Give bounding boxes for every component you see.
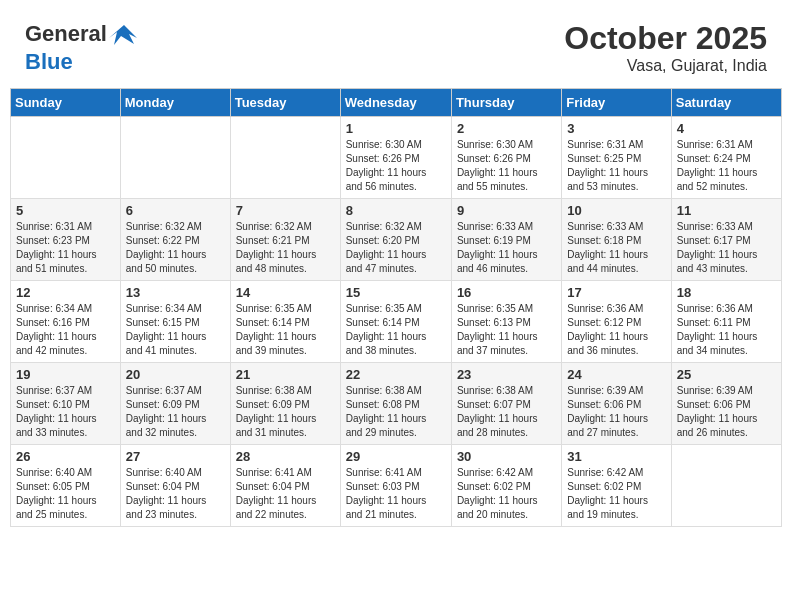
- weekday-header-friday: Friday: [562, 89, 671, 117]
- cell-content: Sunrise: 6:33 AM Sunset: 6:18 PM Dayligh…: [567, 220, 665, 276]
- calendar-cell: 4Sunrise: 6:31 AM Sunset: 6:24 PM Daylig…: [671, 117, 781, 199]
- calendar-cell: 31Sunrise: 6:42 AM Sunset: 6:02 PM Dayli…: [562, 445, 671, 527]
- cell-content: Sunrise: 6:34 AM Sunset: 6:16 PM Dayligh…: [16, 302, 115, 358]
- calendar-cell: 20Sunrise: 6:37 AM Sunset: 6:09 PM Dayli…: [120, 363, 230, 445]
- day-number: 14: [236, 285, 335, 300]
- cell-content: Sunrise: 6:38 AM Sunset: 6:09 PM Dayligh…: [236, 384, 335, 440]
- calendar-cell: 14Sunrise: 6:35 AM Sunset: 6:14 PM Dayli…: [230, 281, 340, 363]
- day-number: 30: [457, 449, 556, 464]
- logo-bird-icon: [109, 20, 139, 50]
- day-number: 15: [346, 285, 446, 300]
- calendar-cell: 16Sunrise: 6:35 AM Sunset: 6:13 PM Dayli…: [451, 281, 561, 363]
- day-number: 7: [236, 203, 335, 218]
- cell-content: Sunrise: 6:37 AM Sunset: 6:09 PM Dayligh…: [126, 384, 225, 440]
- day-number: 8: [346, 203, 446, 218]
- day-number: 10: [567, 203, 665, 218]
- calendar-cell: 8Sunrise: 6:32 AM Sunset: 6:20 PM Daylig…: [340, 199, 451, 281]
- day-number: 2: [457, 121, 556, 136]
- calendar-cell: 27Sunrise: 6:40 AM Sunset: 6:04 PM Dayli…: [120, 445, 230, 527]
- cell-content: Sunrise: 6:30 AM Sunset: 6:26 PM Dayligh…: [346, 138, 446, 194]
- cell-content: Sunrise: 6:31 AM Sunset: 6:24 PM Dayligh…: [677, 138, 776, 194]
- calendar-cell: 29Sunrise: 6:41 AM Sunset: 6:03 PM Dayli…: [340, 445, 451, 527]
- calendar-cell: [120, 117, 230, 199]
- cell-content: Sunrise: 6:32 AM Sunset: 6:21 PM Dayligh…: [236, 220, 335, 276]
- day-number: 25: [677, 367, 776, 382]
- calendar-cell: 18Sunrise: 6:36 AM Sunset: 6:11 PM Dayli…: [671, 281, 781, 363]
- weekday-header-wednesday: Wednesday: [340, 89, 451, 117]
- weekday-header-monday: Monday: [120, 89, 230, 117]
- calendar-cell: [671, 445, 781, 527]
- cell-content: Sunrise: 6:35 AM Sunset: 6:14 PM Dayligh…: [346, 302, 446, 358]
- weekday-header-saturday: Saturday: [671, 89, 781, 117]
- logo: General Blue: [25, 20, 139, 74]
- month-title: October 2025: [564, 20, 767, 57]
- day-number: 13: [126, 285, 225, 300]
- calendar-cell: 7Sunrise: 6:32 AM Sunset: 6:21 PM Daylig…: [230, 199, 340, 281]
- calendar-cell: 3Sunrise: 6:31 AM Sunset: 6:25 PM Daylig…: [562, 117, 671, 199]
- calendar-cell: 17Sunrise: 6:36 AM Sunset: 6:12 PM Dayli…: [562, 281, 671, 363]
- cell-content: Sunrise: 6:38 AM Sunset: 6:07 PM Dayligh…: [457, 384, 556, 440]
- calendar-cell: 1Sunrise: 6:30 AM Sunset: 6:26 PM Daylig…: [340, 117, 451, 199]
- title-block: October 2025 Vasa, Gujarat, India: [564, 20, 767, 75]
- cell-content: Sunrise: 6:35 AM Sunset: 6:13 PM Dayligh…: [457, 302, 556, 358]
- cell-content: Sunrise: 6:39 AM Sunset: 6:06 PM Dayligh…: [567, 384, 665, 440]
- week-row-5: 26Sunrise: 6:40 AM Sunset: 6:05 PM Dayli…: [11, 445, 782, 527]
- calendar-table: SundayMondayTuesdayWednesdayThursdayFrid…: [10, 88, 782, 527]
- calendar-cell: 23Sunrise: 6:38 AM Sunset: 6:07 PM Dayli…: [451, 363, 561, 445]
- week-row-2: 5Sunrise: 6:31 AM Sunset: 6:23 PM Daylig…: [11, 199, 782, 281]
- day-number: 19: [16, 367, 115, 382]
- calendar-cell: 10Sunrise: 6:33 AM Sunset: 6:18 PM Dayli…: [562, 199, 671, 281]
- day-number: 11: [677, 203, 776, 218]
- weekday-header-thursday: Thursday: [451, 89, 561, 117]
- day-number: 6: [126, 203, 225, 218]
- cell-content: Sunrise: 6:30 AM Sunset: 6:26 PM Dayligh…: [457, 138, 556, 194]
- day-number: 27: [126, 449, 225, 464]
- cell-content: Sunrise: 6:42 AM Sunset: 6:02 PM Dayligh…: [567, 466, 665, 522]
- day-number: 16: [457, 285, 556, 300]
- day-number: 22: [346, 367, 446, 382]
- cell-content: Sunrise: 6:36 AM Sunset: 6:12 PM Dayligh…: [567, 302, 665, 358]
- calendar-cell: 15Sunrise: 6:35 AM Sunset: 6:14 PM Dayli…: [340, 281, 451, 363]
- day-number: 4: [677, 121, 776, 136]
- day-number: 17: [567, 285, 665, 300]
- cell-content: Sunrise: 6:38 AM Sunset: 6:08 PM Dayligh…: [346, 384, 446, 440]
- cell-content: Sunrise: 6:33 AM Sunset: 6:17 PM Dayligh…: [677, 220, 776, 276]
- calendar-cell: 11Sunrise: 6:33 AM Sunset: 6:17 PM Dayli…: [671, 199, 781, 281]
- location-title: Vasa, Gujarat, India: [564, 57, 767, 75]
- cell-content: Sunrise: 6:40 AM Sunset: 6:05 PM Dayligh…: [16, 466, 115, 522]
- calendar-cell: 28Sunrise: 6:41 AM Sunset: 6:04 PM Dayli…: [230, 445, 340, 527]
- cell-content: Sunrise: 6:42 AM Sunset: 6:02 PM Dayligh…: [457, 466, 556, 522]
- svg-marker-0: [109, 25, 137, 45]
- calendar-cell: 12Sunrise: 6:34 AM Sunset: 6:16 PM Dayli…: [11, 281, 121, 363]
- weekday-header-tuesday: Tuesday: [230, 89, 340, 117]
- week-row-4: 19Sunrise: 6:37 AM Sunset: 6:10 PM Dayli…: [11, 363, 782, 445]
- calendar-cell: 2Sunrise: 6:30 AM Sunset: 6:26 PM Daylig…: [451, 117, 561, 199]
- weekday-header-sunday: Sunday: [11, 89, 121, 117]
- day-number: 9: [457, 203, 556, 218]
- cell-content: Sunrise: 6:34 AM Sunset: 6:15 PM Dayligh…: [126, 302, 225, 358]
- calendar-cell: 19Sunrise: 6:37 AM Sunset: 6:10 PM Dayli…: [11, 363, 121, 445]
- day-number: 24: [567, 367, 665, 382]
- day-number: 26: [16, 449, 115, 464]
- page-header: General Blue October 2025 Vasa, Gujarat,…: [10, 10, 782, 80]
- logo-general: General: [25, 21, 107, 46]
- day-number: 3: [567, 121, 665, 136]
- week-row-1: 1Sunrise: 6:30 AM Sunset: 6:26 PM Daylig…: [11, 117, 782, 199]
- day-number: 31: [567, 449, 665, 464]
- calendar-cell: 25Sunrise: 6:39 AM Sunset: 6:06 PM Dayli…: [671, 363, 781, 445]
- calendar-cell: 26Sunrise: 6:40 AM Sunset: 6:05 PM Dayli…: [11, 445, 121, 527]
- cell-content: Sunrise: 6:35 AM Sunset: 6:14 PM Dayligh…: [236, 302, 335, 358]
- cell-content: Sunrise: 6:32 AM Sunset: 6:22 PM Dayligh…: [126, 220, 225, 276]
- day-number: 23: [457, 367, 556, 382]
- calendar-cell: 6Sunrise: 6:32 AM Sunset: 6:22 PM Daylig…: [120, 199, 230, 281]
- cell-content: Sunrise: 6:31 AM Sunset: 6:23 PM Dayligh…: [16, 220, 115, 276]
- cell-content: Sunrise: 6:31 AM Sunset: 6:25 PM Dayligh…: [567, 138, 665, 194]
- cell-content: Sunrise: 6:41 AM Sunset: 6:04 PM Dayligh…: [236, 466, 335, 522]
- calendar-cell: [11, 117, 121, 199]
- day-number: 29: [346, 449, 446, 464]
- cell-content: Sunrise: 6:41 AM Sunset: 6:03 PM Dayligh…: [346, 466, 446, 522]
- day-number: 28: [236, 449, 335, 464]
- calendar-cell: 24Sunrise: 6:39 AM Sunset: 6:06 PM Dayli…: [562, 363, 671, 445]
- day-number: 5: [16, 203, 115, 218]
- weekday-header-row: SundayMondayTuesdayWednesdayThursdayFrid…: [11, 89, 782, 117]
